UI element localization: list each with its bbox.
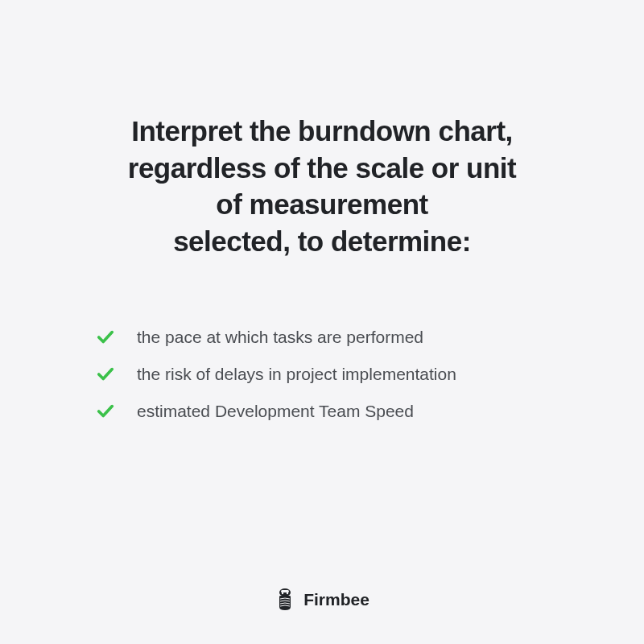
item-text: estimated Development Team Speed — [137, 402, 414, 421]
item-text: the risk of delays in project implementa… — [137, 365, 456, 384]
check-icon — [97, 365, 114, 383]
check-icon — [97, 328, 114, 346]
heading-line: of measurement — [216, 188, 427, 220]
brand-footer: Firmbee — [275, 588, 369, 612]
main-heading: Interpret the burndown chart, regardless… — [128, 113, 516, 259]
list-item: the pace at which tasks are performed — [97, 328, 572, 347]
firmbee-logo-icon — [275, 588, 295, 612]
heading-line: Interpret the burndown chart, — [131, 115, 513, 147]
heading-line: regardless of the scale or unit — [128, 152, 516, 184]
list-item: the risk of delays in project implementa… — [97, 365, 572, 384]
list-item: estimated Development Team Speed — [97, 402, 572, 421]
svg-point-2 — [282, 592, 283, 594]
brand-name: Firmbee — [303, 590, 369, 609]
check-icon — [97, 402, 114, 420]
heading-line: selected, to determine: — [173, 225, 471, 257]
checklist: the pace at which tasks are performed th… — [72, 328, 572, 421]
svg-point-3 — [287, 592, 288, 594]
svg-rect-1 — [281, 590, 289, 592]
item-text: the pace at which tasks are performed — [137, 328, 423, 347]
